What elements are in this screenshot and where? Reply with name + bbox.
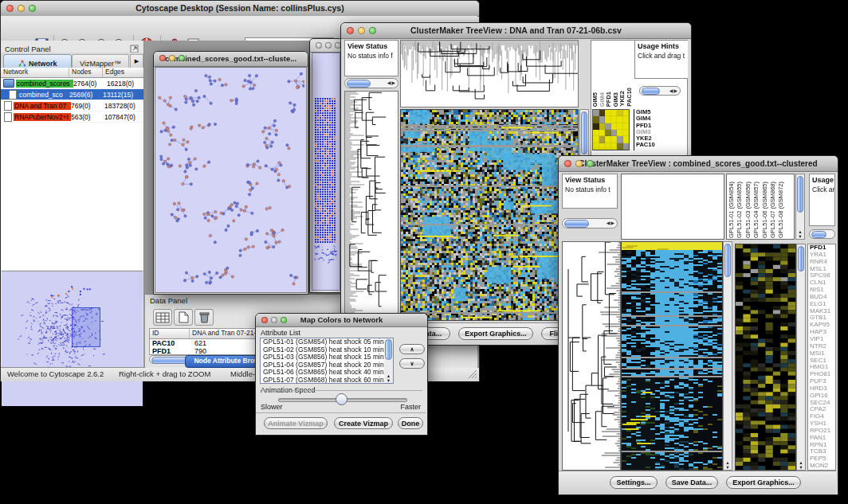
overview-selection-rect[interactable] [72, 307, 100, 347]
minimize-button[interactable] [325, 42, 332, 49]
matrix-cell[interactable] [599, 116, 606, 123]
table-icon[interactable] [153, 309, 172, 326]
matrix-cell[interactable] [599, 123, 606, 130]
treeview1-titlebar[interactable]: ClusterMaker TreeView : DNA and Tran 07-… [341, 23, 691, 39]
view-status-scrollbar[interactable]: ◀▶ [344, 78, 398, 88]
matrix-cell[interactable] [617, 143, 623, 150]
minimize-button[interactable] [575, 160, 583, 167]
column-labels-scrollbar[interactable]: ▲▼ [795, 174, 805, 240]
gene-label[interactable]: PAN1 [810, 435, 835, 442]
gene-label[interactable]: MSI1 [810, 350, 835, 357]
minimize-button[interactable] [358, 27, 365, 34]
zoom-button[interactable] [281, 317, 287, 323]
gene-label[interactable]: HAP3 [810, 329, 835, 336]
matrix-cell[interactable] [593, 130, 599, 136]
move-up-button[interactable]: ∧ [399, 344, 425, 354]
view-status-scrollbar[interactable]: ◀▶ [562, 218, 618, 229]
gene-label[interactable]: NTR2 [810, 343, 835, 350]
matrix-cell[interactable] [599, 130, 606, 136]
gene-label[interactable]: SPC98 [810, 272, 835, 279]
close-button[interactable] [347, 27, 354, 34]
matrix-cell[interactable] [599, 110, 606, 116]
treeview1-gene-dendrogram[interactable] [344, 91, 398, 321]
zoom-button[interactable] [587, 160, 594, 167]
export-graphics-button[interactable]: Export Graphics... [726, 476, 801, 489]
gene-label[interactable]: VIP1 [810, 336, 835, 343]
zoom-button[interactable] [29, 5, 36, 12]
network-canvas[interactable] [155, 67, 307, 293]
col-network[interactable]: Network [1, 68, 69, 77]
close-button[interactable] [564, 160, 571, 167]
network-list-row[interactable]: combined_scores2764(0)16218(0) [1, 78, 143, 89]
animate-vizmap-button[interactable]: Animate Vizmap [264, 417, 328, 429]
gene-label[interactable]: RPN1 [810, 442, 835, 449]
matrix-cell[interactable] [593, 116, 599, 123]
treeview1-array-dendrogram[interactable] [400, 40, 579, 107]
col-id[interactable]: ID [150, 329, 190, 338]
network-list-header[interactable]: Network Nodes Edges [1, 68, 143, 78]
gene-label[interactable]: PUF3 [810, 378, 835, 385]
matrix-cell[interactable] [611, 116, 618, 123]
matrix-cell[interactable] [623, 143, 630, 150]
network-view-2-titlebar[interactable] [310, 39, 342, 53]
treeview1-heatmap[interactable] [400, 109, 579, 321]
gene-label[interactable]: HRD3 [810, 385, 835, 393]
attribute-list-scrollbar[interactable]: ▲▼ [384, 338, 393, 383]
gene-label[interactable]: BUD4 [810, 294, 835, 301]
minimize-button[interactable] [18, 5, 25, 12]
dialog-titlebar[interactable]: Map Colors to Network [256, 314, 427, 327]
move-down-button[interactable]: ∨ [399, 358, 425, 369]
usage-hints-scrollbar[interactable] [809, 229, 835, 239]
done-button[interactable]: Done [398, 417, 423, 429]
gene-label[interactable]: GTB1 [810, 315, 835, 322]
matrix-cell[interactable] [593, 136, 599, 143]
close-button[interactable] [261, 317, 268, 323]
matrix-cell[interactable] [623, 130, 630, 136]
matrix-cell[interactable] [617, 136, 623, 143]
col-nodes[interactable]: Nodes [69, 68, 103, 77]
treeview2-vertical-scrollbar[interactable]: ▲▼ [723, 241, 732, 471]
gene-label[interactable]: PFD1 [810, 244, 835, 252]
gene-label[interactable]: SEC24 [810, 400, 835, 407]
zoom-button[interactable] [179, 55, 185, 61]
network-list-row[interactable]: DNA and Tran 07769(0)183728(0) [1, 100, 143, 111]
gene-label[interactable]: CLN1 [810, 279, 835, 287]
gene-label[interactable]: MAK31 [810, 308, 835, 315]
matrix-cell[interactable] [617, 116, 623, 123]
matrix-cell[interactable] [611, 123, 618, 130]
minimize-button[interactable] [169, 55, 175, 61]
gene-label[interactable]: PEP5 [810, 455, 835, 463]
zoom-heatmap-scrollbar[interactable]: ▲▼ [796, 244, 806, 471]
main-title-bar[interactable]: Cytoscape Desktop (Session Name: collins… [1, 1, 479, 17]
close-button[interactable] [6, 5, 14, 12]
matrix-cell[interactable] [617, 130, 623, 136]
new-document-icon[interactable] [174, 309, 193, 326]
treeview2-heatmap[interactable] [621, 241, 723, 471]
matrix-cell[interactable] [617, 123, 623, 130]
matrix-cell[interactable] [623, 136, 630, 143]
zoom-button[interactable] [369, 27, 376, 34]
col-edges[interactable]: Edges [103, 68, 143, 77]
network-view-1-titlebar[interactable]: combined_scores_good.txt--cluste... [154, 52, 308, 67]
treeview2-gene-dendrogram[interactable] [562, 241, 621, 471]
gene-label[interactable]: PHO81 [810, 371, 835, 378]
close-button[interactable] [159, 55, 166, 61]
gene-label[interactable]: HMG1 [810, 364, 835, 371]
gene-label[interactable]: MSL1 [810, 266, 835, 273]
animation-speed-slider-thumb[interactable] [336, 393, 347, 405]
network-list-row[interactable]: RNAPuberNov2+I563(0)107847(0) [1, 111, 143, 123]
close-button[interactable] [316, 42, 322, 49]
matrix-cell[interactable] [623, 123, 630, 130]
gene-label[interactable]: GPI16 [810, 393, 835, 400]
matrix-cell[interactable] [593, 110, 599, 116]
matrix-cell[interactable] [599, 136, 606, 143]
matrix-cell[interactable] [623, 110, 630, 116]
attribute-list-item[interactable]: GPL51-07 (GSM868) heat shock 60 min [261, 377, 393, 383]
treeview1-correlation-matrix[interactable] [592, 109, 630, 150]
matrix-cell[interactable] [593, 123, 599, 130]
gene-label[interactable]: FIG4 [810, 413, 835, 420]
treeview2-titlebar[interactable]: ClusterMaker TreeView : combined_scores_… [559, 156, 838, 172]
minimize-button[interactable] [271, 317, 277, 323]
matrix-cell[interactable] [593, 143, 599, 150]
matrix-cell[interactable] [605, 116, 611, 123]
